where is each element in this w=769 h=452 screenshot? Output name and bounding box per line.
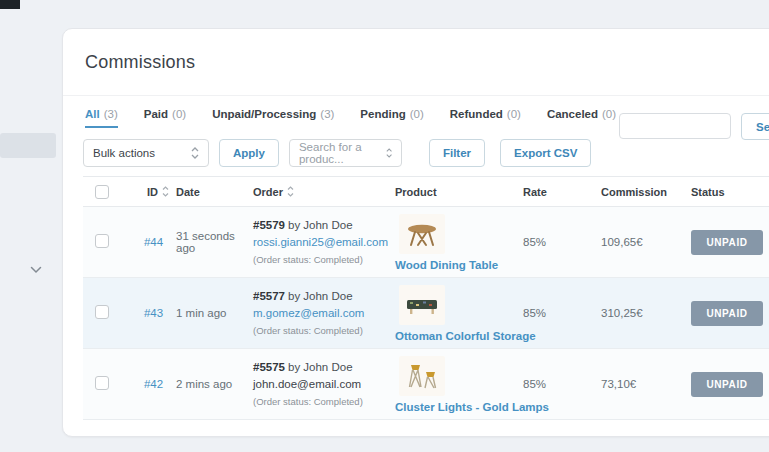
product-link[interactable]: Wood Dining Table [395,259,523,271]
row-checkbox[interactable] [95,376,109,390]
column-product[interactable]: Product [391,186,523,198]
product-cell: Cluster Lights - Gold Lamps [391,356,523,413]
select-arrows-icon [386,147,392,159]
commission-rate: 85% [523,378,601,390]
commission-id-link[interactable]: #42 [144,378,163,390]
table-header: ID Date Order Product Rate Commission St… [83,177,769,207]
order-customer: by John Doe [288,219,353,231]
commission-rate: 85% [523,236,601,248]
table-row: #43 1 min ago #5577by John Doe m.gomez@e… [83,278,769,349]
order-status-note: (Order status: Completed) [253,323,391,339]
tab-pending[interactable]: Pending(0) [360,108,423,126]
export-csv-button[interactable]: Export CSV [500,139,591,167]
product-image-ottoman-colorful-storage[interactable] [399,285,445,325]
column-commission[interactable]: Commission [601,186,683,198]
column-order[interactable]: Order [253,186,391,198]
commissions-table: ID Date Order Product Rate Commission St… [83,176,769,420]
commission-rate: 85% [523,307,601,319]
order-status-note: (Order status: Completed) [253,252,391,268]
commission-date: 1 min ago [176,307,253,319]
column-id[interactable]: ID [131,186,176,198]
product-link[interactable]: Cluster Lights - Gold Lamps [395,401,523,413]
row-checkbox[interactable] [95,234,109,248]
select-arrows-icon [191,147,199,159]
table-row: #44 31 seconds ago #5579by John Doe ross… [83,207,769,278]
row-checkbox[interactable] [95,305,109,319]
sort-icon [162,186,169,197]
tab-unpaid-processing[interactable]: Unpaid/Processing(3) [212,108,334,126]
select-all-checkbox[interactable] [95,185,109,199]
tab-refunded[interactable]: Refunded(0) [450,108,521,126]
customer-email-link[interactable]: rossi.gianni25@email.com [253,234,391,250]
order-number[interactable]: #5579 [253,219,285,231]
customer-email-link[interactable]: john.doe@email.com [253,376,391,392]
product-link[interactable]: Ottoman Colorful Storage [395,330,523,342]
product-image-cluster-lights-gold-lamps[interactable] [399,356,445,396]
order-number[interactable]: #5577 [253,290,285,302]
toolbar: Bulk actions Apply Search for a produc..… [83,139,591,167]
apply-button[interactable]: Apply [219,139,279,167]
page-title: Commissions [85,52,195,73]
product-cell: Wood Dining Table [391,214,523,271]
tab-all[interactable]: All(3) [85,108,118,128]
panel-header: Commissions [63,29,769,96]
product-image-wood-dining-table[interactable] [399,214,445,254]
tab-canceled[interactable]: Canceled(0) [547,108,616,126]
commission-date: 2 mins ago [176,378,253,390]
order-cell: #5579by John Doe rossi.gianni25@email.co… [253,217,391,268]
column-rate[interactable]: Rate [523,186,601,198]
search-button[interactable]: Search [741,113,769,140]
filter-button[interactable]: Filter [429,139,485,167]
bulk-actions-select[interactable]: Bulk actions [83,139,209,167]
commission-amount: 109,65€ [601,236,683,248]
sidebar-active-item[interactable] [0,133,56,158]
order-cell: #5577by John Doe m.gomez@email.com (Orde… [253,288,391,339]
commissions-panel: Commissions All(3) Paid(0) Unpaid/Proces… [62,28,769,437]
order-customer: by John Doe [288,361,353,373]
column-date[interactable]: Date [176,186,253,198]
tab-paid[interactable]: Paid(0) [144,108,186,126]
admin-menu-stub [0,0,20,9]
order-cell: #5575by John Doe john.doe@email.com (Ord… [253,359,391,410]
sort-icon [287,186,294,197]
status-badge: UNPAID [691,301,763,326]
search-input[interactable] [619,113,731,139]
product-cell: Ottoman Colorful Storage [391,285,523,342]
order-customer: by John Doe [288,290,353,302]
status-badge: UNPAID [691,372,763,397]
customer-email-link[interactable]: m.gomez@email.com [253,305,391,321]
chevron-down-icon[interactable] [30,266,42,274]
product-select-placeholder: Search for a produc... [299,141,386,165]
commission-id-link[interactable]: #43 [144,307,163,319]
product-search-select[interactable]: Search for a produc... [289,139,402,167]
commission-date: 31 seconds ago [176,230,253,254]
page: Commissions All(3) Paid(0) Unpaid/Proces… [0,0,769,452]
status-badge: UNPAID [691,230,763,255]
order-number[interactable]: #5575 [253,361,285,373]
commission-amount: 310,25€ [601,307,683,319]
table-row: #42 2 mins ago #5575by John Doe john.doe… [83,349,769,420]
commission-amount: 73,10€ [601,378,683,390]
bulk-actions-value: Bulk actions [93,147,155,159]
column-status[interactable]: Status [683,186,769,198]
order-status-note: (Order status: Completed) [253,394,391,410]
commission-id-link[interactable]: #44 [144,236,163,248]
